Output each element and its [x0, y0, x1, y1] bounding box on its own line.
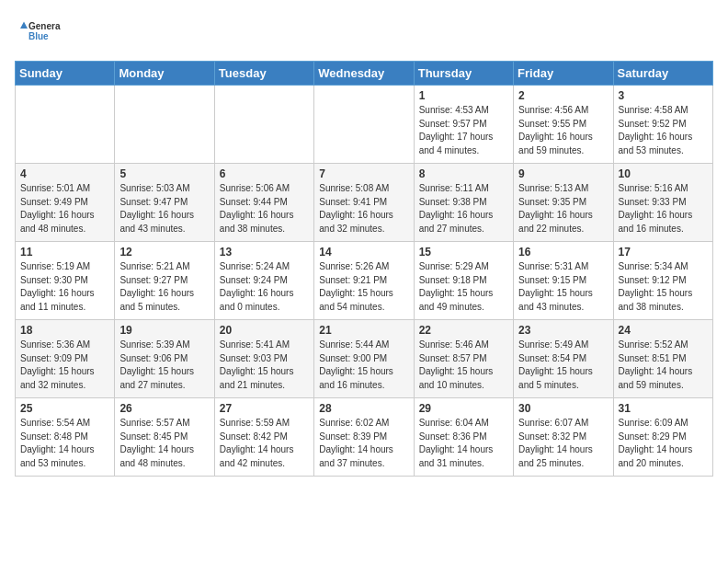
- calendar-cell: 21Sunrise: 5:44 AM Sunset: 9:00 PM Dayli…: [314, 320, 414, 398]
- header-day-thursday: Thursday: [414, 62, 513, 86]
- day-number: 24: [619, 324, 708, 337]
- calendar-cell: 9Sunrise: 5:13 AM Sunset: 9:35 PM Daylig…: [514, 164, 613, 242]
- calendar-cell: 22Sunrise: 5:46 AM Sunset: 8:57 PM Dayli…: [414, 320, 513, 398]
- day-number: 5: [119, 167, 209, 180]
- day-number: 25: [20, 402, 109, 415]
- day-number: 10: [619, 167, 708, 180]
- day-info: Sunrise: 5:59 AM Sunset: 8:42 PM Dayligh…: [220, 417, 309, 470]
- day-info: Sunrise: 6:07 AM Sunset: 8:32 PM Dayligh…: [518, 417, 608, 470]
- day-info: Sunrise: 5:06 AM Sunset: 9:44 PM Dayligh…: [220, 182, 309, 236]
- day-info: Sunrise: 5:19 AM Sunset: 9:30 PM Dayligh…: [20, 260, 109, 314]
- day-info: Sunrise: 5:29 AM Sunset: 9:18 PM Dayligh…: [419, 260, 508, 314]
- day-number: 1: [419, 89, 508, 102]
- day-info: Sunrise: 5:57 AM Sunset: 8:45 PM Dayligh…: [119, 417, 209, 470]
- calendar-cell: [214, 86, 313, 164]
- week-row-4: 18Sunrise: 5:36 AM Sunset: 9:09 PM Dayli…: [16, 320, 713, 398]
- calendar-cell: [115, 86, 214, 164]
- calendar-cell: 28Sunrise: 6:02 AM Sunset: 8:39 PM Dayli…: [314, 398, 414, 477]
- header-day-friday: Friday: [514, 62, 613, 86]
- week-row-3: 11Sunrise: 5:19 AM Sunset: 9:30 PM Dayli…: [16, 242, 713, 320]
- day-info: Sunrise: 5:36 AM Sunset: 9:09 PM Dayligh…: [20, 339, 109, 392]
- day-info: Sunrise: 5:31 AM Sunset: 9:15 PM Dayligh…: [518, 260, 608, 314]
- calendar-cell: 30Sunrise: 6:07 AM Sunset: 8:32 PM Dayli…: [514, 398, 613, 477]
- day-info: Sunrise: 5:34 AM Sunset: 9:12 PM Dayligh…: [619, 260, 708, 314]
- logo: General Blue: [15, 15, 61, 52]
- day-number: 6: [220, 167, 309, 180]
- day-number: 11: [20, 246, 109, 259]
- day-info: Sunrise: 5:11 AM Sunset: 9:38 PM Dayligh…: [419, 182, 508, 236]
- day-info: Sunrise: 6:04 AM Sunset: 8:36 PM Dayligh…: [419, 417, 508, 470]
- svg-text:Blue: Blue: [28, 31, 49, 41]
- header-day-monday: Monday: [115, 62, 214, 86]
- day-number: 27: [220, 402, 309, 415]
- calendar-cell: 12Sunrise: 5:21 AM Sunset: 9:27 PM Dayli…: [115, 242, 214, 320]
- day-info: Sunrise: 5:16 AM Sunset: 9:33 PM Dayligh…: [619, 182, 708, 236]
- calendar-cell: [16, 86, 115, 164]
- day-number: 20: [220, 324, 309, 337]
- day-info: Sunrise: 4:56 AM Sunset: 9:55 PM Dayligh…: [518, 104, 608, 157]
- day-number: 23: [518, 324, 608, 337]
- day-info: Sunrise: 5:46 AM Sunset: 8:57 PM Dayligh…: [419, 339, 508, 392]
- day-info: Sunrise: 5:41 AM Sunset: 9:03 PM Dayligh…: [220, 339, 309, 392]
- week-row-5: 25Sunrise: 5:54 AM Sunset: 8:48 PM Dayli…: [16, 398, 713, 477]
- day-info: Sunrise: 6:02 AM Sunset: 8:39 PM Dayligh…: [319, 417, 408, 470]
- day-number: 29: [419, 402, 508, 415]
- day-number: 12: [119, 246, 209, 259]
- day-number: 4: [20, 167, 109, 180]
- day-number: 28: [319, 402, 408, 415]
- calendar-cell: 24Sunrise: 5:52 AM Sunset: 8:51 PM Dayli…: [613, 320, 712, 398]
- calendar-cell: 7Sunrise: 5:08 AM Sunset: 9:41 PM Daylig…: [314, 164, 414, 242]
- day-number: 21: [319, 324, 408, 337]
- calendar-cell: 25Sunrise: 5:54 AM Sunset: 8:48 PM Dayli…: [16, 398, 115, 477]
- calendar-cell: 1Sunrise: 4:53 AM Sunset: 9:57 PM Daylig…: [414, 86, 513, 164]
- header: General Blue: [15, 15, 713, 52]
- calendar-cell: 5Sunrise: 5:03 AM Sunset: 9:47 PM Daylig…: [115, 164, 214, 242]
- day-number: 22: [419, 324, 508, 337]
- calendar-cell: 18Sunrise: 5:36 AM Sunset: 9:09 PM Dayli…: [16, 320, 115, 398]
- day-number: 31: [619, 402, 708, 415]
- header-day-saturday: Saturday: [613, 62, 712, 86]
- day-info: Sunrise: 5:01 AM Sunset: 9:49 PM Dayligh…: [20, 182, 109, 236]
- day-number: 17: [619, 246, 708, 259]
- calendar-table: SundayMondayTuesdayWednesdayThursdayFrid…: [15, 61, 713, 477]
- day-info: Sunrise: 6:09 AM Sunset: 8:29 PM Dayligh…: [619, 417, 708, 470]
- calendar-cell: 6Sunrise: 5:06 AM Sunset: 9:44 PM Daylig…: [214, 164, 313, 242]
- day-info: Sunrise: 5:08 AM Sunset: 9:41 PM Dayligh…: [319, 182, 408, 236]
- svg-text:General: General: [28, 21, 61, 31]
- calendar-cell: 23Sunrise: 5:49 AM Sunset: 8:54 PM Dayli…: [514, 320, 613, 398]
- day-info: Sunrise: 5:49 AM Sunset: 8:54 PM Dayligh…: [518, 339, 608, 392]
- header-day-tuesday: Tuesday: [214, 62, 313, 86]
- header-day-wednesday: Wednesday: [314, 62, 414, 86]
- day-number: 7: [319, 167, 408, 180]
- day-info: Sunrise: 5:26 AM Sunset: 9:21 PM Dayligh…: [319, 260, 408, 314]
- header-row: SundayMondayTuesdayWednesdayThursdayFrid…: [16, 62, 713, 86]
- calendar-cell: 29Sunrise: 6:04 AM Sunset: 8:36 PM Dayli…: [414, 398, 513, 477]
- calendar-cell: 26Sunrise: 5:57 AM Sunset: 8:45 PM Dayli…: [115, 398, 214, 477]
- calendar-cell: 27Sunrise: 5:59 AM Sunset: 8:42 PM Dayli…: [214, 398, 313, 477]
- day-number: 19: [119, 324, 209, 337]
- calendar-cell: 15Sunrise: 5:29 AM Sunset: 9:18 PM Dayli…: [414, 242, 513, 320]
- calendar-cell: 3Sunrise: 4:58 AM Sunset: 9:52 PM Daylig…: [613, 86, 712, 164]
- day-number: 16: [518, 246, 608, 259]
- day-info: Sunrise: 4:53 AM Sunset: 9:57 PM Dayligh…: [419, 104, 508, 157]
- day-info: Sunrise: 5:54 AM Sunset: 8:48 PM Dayligh…: [20, 417, 109, 470]
- day-number: 2: [518, 89, 608, 102]
- calendar-cell: 11Sunrise: 5:19 AM Sunset: 9:30 PM Dayli…: [16, 242, 115, 320]
- day-number: 30: [518, 402, 608, 415]
- header-day-sunday: Sunday: [16, 62, 115, 86]
- day-number: 26: [119, 402, 209, 415]
- day-info: Sunrise: 5:39 AM Sunset: 9:06 PM Dayligh…: [119, 339, 209, 392]
- calendar-cell: 14Sunrise: 5:26 AM Sunset: 9:21 PM Dayli…: [314, 242, 414, 320]
- day-number: 13: [220, 246, 309, 259]
- day-info: Sunrise: 5:44 AM Sunset: 9:00 PM Dayligh…: [319, 339, 408, 392]
- day-number: 18: [20, 324, 109, 337]
- calendar-cell: 13Sunrise: 5:24 AM Sunset: 9:24 PM Dayli…: [214, 242, 313, 320]
- day-info: Sunrise: 4:58 AM Sunset: 9:52 PM Dayligh…: [619, 104, 708, 157]
- calendar-cell: 10Sunrise: 5:16 AM Sunset: 9:33 PM Dayli…: [613, 164, 712, 242]
- calendar-cell: 17Sunrise: 5:34 AM Sunset: 9:12 PM Dayli…: [613, 242, 712, 320]
- day-number: 9: [518, 167, 608, 180]
- day-number: 8: [419, 167, 508, 180]
- calendar-cell: 31Sunrise: 6:09 AM Sunset: 8:29 PM Dayli…: [613, 398, 712, 477]
- calendar-cell: 19Sunrise: 5:39 AM Sunset: 9:06 PM Dayli…: [115, 320, 214, 398]
- day-number: 14: [319, 246, 408, 259]
